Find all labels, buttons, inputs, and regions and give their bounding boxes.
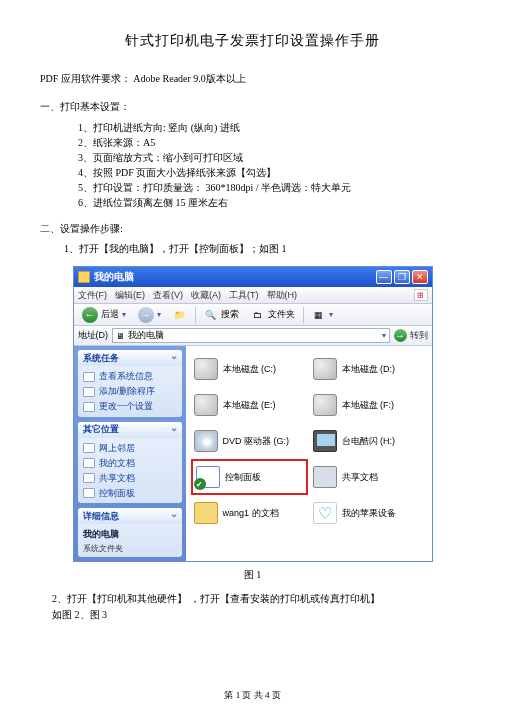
- menu-file[interactable]: 文件(F): [78, 289, 108, 302]
- addremove-icon: [83, 387, 95, 397]
- page-footer: 第 1 页 共 4 页: [0, 689, 505, 702]
- harddisk-icon: [194, 394, 218, 416]
- screenshot-window: 我的电脑 — ❐ ✕ 文件(F) 编辑(E) 查看(V) 收藏(A) 工具(T)…: [73, 266, 433, 562]
- window-title: 我的电脑: [94, 270, 374, 284]
- back-label: 后退: [101, 308, 119, 321]
- folders-label: 文件夹: [268, 308, 295, 321]
- pc-icon: 🖥: [116, 331, 125, 341]
- up-button[interactable]: 📁: [169, 307, 191, 323]
- sidebar-link[interactable]: 更改一个设置: [83, 399, 177, 414]
- harddisk-icon: [313, 394, 337, 416]
- drive-item[interactable]: 本地磁盘 (F:): [313, 390, 424, 420]
- sidebar-link[interactable]: 控制面板: [83, 486, 177, 501]
- panel-header[interactable]: 系统任务: [78, 350, 182, 366]
- control-panel-icon: [196, 466, 220, 488]
- menu-help[interactable]: 帮助(H): [267, 289, 298, 302]
- panel-details: 详细信息 我的电脑 系统文件夹: [78, 508, 182, 557]
- windows-flag-icon: ⊞: [414, 289, 428, 301]
- go-button[interactable]: →转到: [394, 329, 428, 342]
- separator: [195, 307, 196, 323]
- basic-settings-list: 1、打印机进纸方向: 竖向 (纵向) 进纸 2、纸张来源：A5 3、页面缩放方式…: [78, 120, 465, 210]
- control-panel-item[interactable]: 控制面板: [194, 462, 305, 492]
- window-body: 系统任务 查看系统信息 添加/删除程序 更改一个设置 其它位置 网上邻居 我的文…: [74, 346, 432, 561]
- detail-subtitle: 系统文件夹: [83, 543, 177, 554]
- close-button[interactable]: ✕: [412, 270, 428, 284]
- forward-button[interactable]: →▾: [134, 306, 165, 324]
- usb-icon: [313, 430, 337, 452]
- pdf-req-label: PDF 应用软件要求：: [40, 73, 131, 84]
- step-text: 1、打开【我的电脑】，打开【控制面板】；如图 1: [64, 242, 465, 256]
- menubar: 文件(F) 编辑(E) 查看(V) 收藏(A) 工具(T) 帮助(H) ⊞: [74, 287, 432, 304]
- section-2-title: 二、设置操作步骤:: [40, 222, 465, 236]
- shared-docs-icon: [313, 466, 337, 488]
- search-button[interactable]: 🔍搜索: [200, 307, 243, 323]
- sidebar-link[interactable]: 共享文档: [83, 471, 177, 486]
- app-icon: [78, 271, 90, 283]
- drive-item[interactable]: 本地磁盘 (D:): [313, 354, 424, 384]
- setting-item: 4、按照 PDF 页面大小选择纸张来源【勾选】: [78, 165, 465, 180]
- forward-icon: →: [138, 307, 154, 323]
- folder-item[interactable]: wang1 的文档: [194, 498, 305, 528]
- back-icon: ←: [82, 307, 98, 323]
- step-text: 2、打开【打印机和其他硬件】 ，打开【查看安装的打印机或传真打印机】: [52, 592, 465, 606]
- go-label: 转到: [410, 329, 428, 342]
- address-value: 我的电脑: [128, 329, 164, 342]
- folder-up-icon: 📁: [173, 308, 187, 322]
- content-area: 本地磁盘 (C:) 本地磁盘 (D:) 本地磁盘 (E:) 本地磁盘 (F:) …: [186, 346, 432, 561]
- address-bar: 地址(D) 🖥 我的电脑 ▾ →转到: [74, 326, 432, 346]
- page-title: 针式打印机电子发票打印设置操作手册: [40, 32, 465, 50]
- drive-item[interactable]: 台电酷闪 (H:): [313, 426, 424, 456]
- menu-tools[interactable]: 工具(T): [229, 289, 259, 302]
- menu-fav[interactable]: 收藏(A): [191, 289, 221, 302]
- folders-button[interactable]: 🗀文件夹: [247, 307, 299, 323]
- sidebar-link[interactable]: 我的文档: [83, 456, 177, 471]
- address-label: 地址(D): [78, 329, 109, 342]
- folder-item[interactable]: ♡我的苹果设备: [313, 498, 424, 528]
- menu-edit[interactable]: 编辑(E): [115, 289, 145, 302]
- sidebar-link[interactable]: 添加/删除程序: [83, 384, 177, 399]
- docs-icon: [83, 458, 95, 468]
- folder-item[interactable]: 共享文档: [313, 462, 424, 492]
- menu-view[interactable]: 查看(V): [153, 289, 183, 302]
- go-icon: →: [394, 329, 407, 342]
- sidebar: 系统任务 查看系统信息 添加/删除程序 更改一个设置 其它位置 网上邻居 我的文…: [74, 346, 186, 561]
- back-button[interactable]: ←后退▾: [78, 306, 130, 324]
- folder-icon: [194, 502, 218, 524]
- detail-title: 我的电脑: [83, 527, 177, 542]
- toolbar: ←后退▾ →▾ 📁 🔍搜索 🗀文件夹 ▦▾: [74, 304, 432, 326]
- titlebar: 我的电脑 — ❐ ✕: [74, 267, 432, 287]
- panel-header[interactable]: 详细信息: [78, 508, 182, 524]
- setting-item: 5、打印设置：打印质量选： 360*180dpi / 半色调选：特大单元: [78, 180, 465, 195]
- panel-system-tasks: 系统任务 查看系统信息 添加/删除程序 更改一个设置: [78, 350, 182, 417]
- section-1-title: 一、打印基本设置：: [40, 100, 465, 114]
- pdf-req-value: Adobe Reader 9.0版本以上: [131, 73, 246, 84]
- panel-header[interactable]: 其它位置: [78, 422, 182, 438]
- harddisk-icon: [194, 358, 218, 380]
- harddisk-icon: [313, 358, 337, 380]
- folders-icon: 🗀: [251, 308, 265, 322]
- pdf-requirement: PDF 应用软件要求： Adobe Reader 9.0版本以上: [40, 72, 465, 86]
- info-icon: [83, 372, 95, 382]
- maximize-button[interactable]: ❐: [394, 270, 410, 284]
- sidebar-link[interactable]: 网上邻居: [83, 441, 177, 456]
- cpanel-icon: [83, 488, 95, 498]
- figure-label: 图 1: [40, 568, 465, 582]
- drive-item[interactable]: DVD 驱动器 (G:): [194, 426, 305, 456]
- settings-icon: [83, 402, 95, 412]
- separator: [303, 307, 304, 323]
- setting-item: 2、纸张来源：A5: [78, 135, 465, 150]
- setting-item: 6、进纸位置须离左侧 15 厘米左右: [78, 195, 465, 210]
- setting-item: 3、页面缩放方式：缩小到可打印区域: [78, 150, 465, 165]
- search-icon: 🔍: [204, 308, 218, 322]
- minimize-button[interactable]: —: [376, 270, 392, 284]
- views-button[interactable]: ▦▾: [308, 307, 337, 323]
- network-icon: [83, 443, 95, 453]
- step-text: 如图 2、图 3: [52, 608, 465, 622]
- sidebar-link[interactable]: 查看系统信息: [83, 369, 177, 384]
- drive-item[interactable]: 本地磁盘 (C:): [194, 354, 305, 384]
- panel-other-places: 其它位置 网上邻居 我的文档 共享文档 控制面板: [78, 422, 182, 504]
- drive-item[interactable]: 本地磁盘 (E:): [194, 390, 305, 420]
- apple-device-icon: ♡: [313, 502, 337, 524]
- views-icon: ▦: [312, 308, 326, 322]
- address-input[interactable]: 🖥 我的电脑 ▾: [112, 328, 390, 343]
